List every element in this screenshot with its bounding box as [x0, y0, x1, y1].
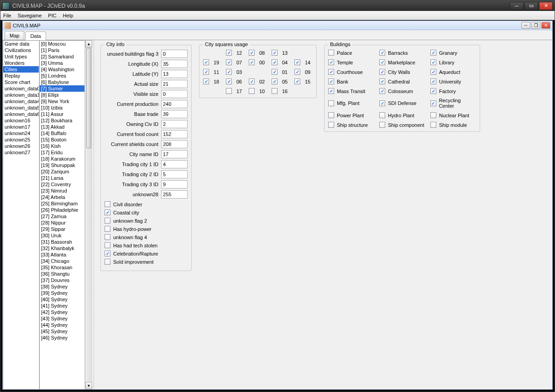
city-item[interactable]: [11] Assur [40, 111, 84, 117]
city-item[interactable]: [17] Eridu [40, 149, 84, 156]
menu-pic[interactable]: PIC [48, 13, 56, 18]
category-item[interactable]: unknown26 [3, 143, 39, 149]
scroll-down-button[interactable]: ▼ [85, 382, 92, 389]
minimize-button[interactable]: ─ [510, 2, 524, 10]
city-item[interactable]: [28] Nippur [40, 220, 84, 226]
square-cell[interactable]: 07 [226, 59, 244, 65]
building-cell[interactable]: Colosseum [379, 88, 425, 94]
building-checkbox[interactable] [379, 88, 385, 94]
city-item[interactable]: [21] Larsa [40, 175, 84, 181]
building-cell[interactable]: Temple [328, 59, 374, 65]
square-checkbox[interactable] [272, 78, 278, 84]
city-item[interactable]: [38] Sydney [40, 283, 84, 290]
building-cell[interactable]: Courthouse [328, 69, 374, 75]
building-cell[interactable]: Cathedral [379, 78, 425, 84]
city-item[interactable]: [23] Nimrud [40, 188, 84, 194]
square-checkbox[interactable] [249, 78, 255, 84]
menu-savegame[interactable]: Savegame [18, 13, 42, 18]
building-checkbox[interactable] [379, 78, 385, 84]
square-cell[interactable]: 00 [249, 59, 267, 65]
field-input[interactable] [161, 110, 188, 118]
building-checkbox[interactable] [430, 50, 436, 56]
field-input[interactable] [161, 140, 188, 148]
building-checkbox[interactable] [430, 88, 436, 94]
city-item[interactable]: [31] Bassorah [40, 239, 84, 245]
building-cell[interactable]: Ship module [430, 122, 476, 128]
city-item[interactable]: [34] Chicago [40, 258, 84, 264]
flag-row[interactable]: Has had tech stolen [105, 242, 188, 248]
menu-help[interactable]: Help [63, 13, 73, 18]
flag-checkbox[interactable] [105, 234, 110, 240]
category-item[interactable]: Wonders [3, 60, 39, 66]
city-item[interactable]: [0] Moscou [40, 41, 84, 47]
field-input[interactable] [161, 170, 188, 178]
field-input[interactable] [161, 150, 188, 158]
city-item[interactable]: [14] Buffalo [40, 130, 84, 136]
square-cell[interactable]: 01 [272, 69, 290, 75]
city-item[interactable]: [24] Arbela [40, 194, 84, 200]
field-input[interactable] [161, 60, 188, 68]
building-cell[interactable]: City Walls [379, 69, 425, 75]
building-cell[interactable]: Mass Transit [328, 88, 374, 94]
field-input[interactable] [161, 160, 188, 168]
square-checkbox[interactable] [226, 69, 232, 75]
building-checkbox[interactable] [379, 69, 385, 75]
square-cell[interactable]: 15 [294, 78, 313, 84]
square-cell[interactable]: 13 [272, 50, 290, 56]
category-item[interactable]: unknown_data1 [3, 92, 39, 98]
city-item[interactable]: [7] Sumer [40, 85, 84, 92]
city-item[interactable]: [46] Sydney [40, 335, 84, 341]
square-checkbox[interactable] [272, 88, 278, 94]
maximize-button[interactable]: ▭ [524, 2, 538, 10]
building-checkbox[interactable] [328, 100, 334, 106]
square-cell[interactable]: 02 [249, 78, 267, 84]
flag-row[interactable]: unknown flag 4 [105, 234, 188, 240]
category-item[interactable]: unknown17 [3, 124, 39, 130]
building-cell[interactable]: Ship structure [328, 122, 374, 128]
field-input[interactable] [161, 180, 188, 188]
city-item[interactable]: [36] Shangtu [40, 271, 84, 277]
square-checkbox[interactable] [294, 78, 300, 84]
city-item[interactable]: [1] Paris [40, 47, 84, 53]
building-checkbox[interactable] [328, 78, 334, 84]
city-item[interactable]: [45] Sydney [40, 328, 84, 335]
building-checkbox[interactable] [379, 122, 385, 128]
category-item[interactable]: unknown_data6 [3, 111, 39, 117]
building-cell[interactable]: Mfg. Plant [328, 98, 374, 109]
flag-row[interactable]: Coastal city [105, 209, 188, 215]
square-checkbox[interactable] [294, 59, 300, 65]
building-cell[interactable]: Bank [328, 78, 374, 84]
square-cell[interactable]: 09 [294, 69, 313, 75]
menu-file[interactable]: File [3, 13, 11, 18]
square-checkbox[interactable] [226, 59, 232, 65]
square-cell[interactable]: 11 [203, 69, 221, 75]
flag-row[interactable]: Has hydro-power [105, 226, 188, 232]
square-checkbox[interactable] [272, 50, 278, 56]
city-item[interactable]: [29] Sippar [40, 226, 84, 232]
square-checkbox[interactable] [226, 78, 232, 84]
category-item[interactable]: Game data [3, 41, 39, 47]
flag-checkbox[interactable] [105, 251, 110, 256]
city-item[interactable]: [12] Boukhara [40, 117, 84, 124]
building-cell[interactable]: Ship component [379, 122, 425, 128]
building-checkbox[interactable] [328, 88, 334, 94]
square-cell[interactable]: 12 [226, 50, 244, 56]
city-item[interactable]: [19] Shuruppak [40, 162, 84, 168]
square-cell[interactable]: 05 [272, 78, 290, 84]
square-cell[interactable]: 08 [249, 50, 267, 56]
building-cell[interactable]: Nuclear Plant [430, 112, 476, 118]
category-item[interactable]: unknown_data0 [3, 85, 39, 92]
building-checkbox[interactable] [379, 50, 385, 56]
square-checkbox[interactable] [203, 78, 209, 84]
square-checkbox[interactable] [226, 88, 232, 94]
flag-row[interactable]: unknown flag 2 [105, 218, 188, 224]
city-item[interactable]: [25] Birmingham [40, 200, 84, 207]
city-item[interactable]: [27] Zamua [40, 213, 84, 220]
building-checkbox[interactable] [379, 59, 385, 65]
building-checkbox[interactable] [379, 112, 385, 118]
flag-checkbox[interactable] [105, 218, 110, 224]
flag-checkbox[interactable] [105, 226, 110, 232]
building-cell[interactable]: SDI Defense [379, 98, 425, 109]
building-cell[interactable]: Palace [328, 50, 374, 56]
field-input[interactable] [161, 100, 188, 108]
